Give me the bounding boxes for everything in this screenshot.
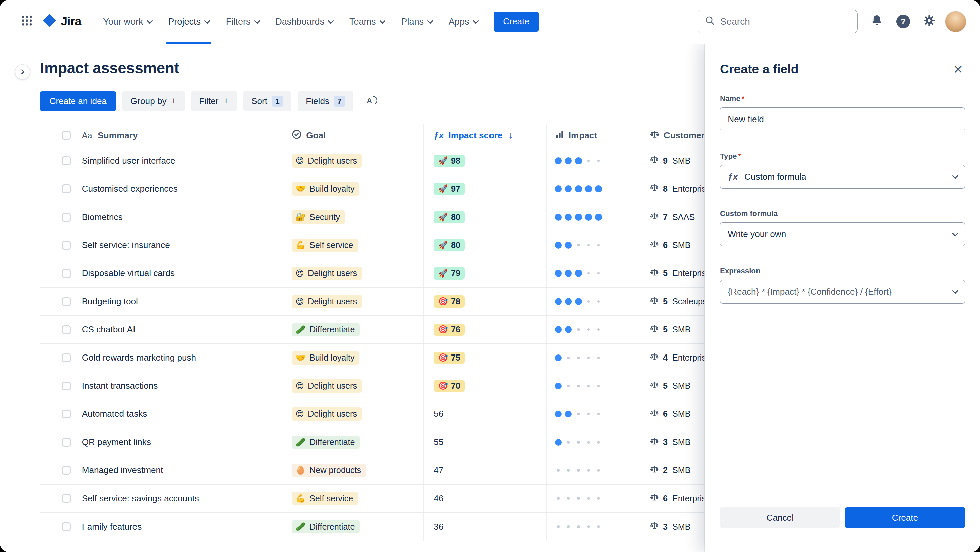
impact-score-badge[interactable]: 🚀80	[434, 239, 465, 251]
impact-score-badge[interactable]: 36	[434, 520, 443, 533]
impact-dots[interactable]	[547, 372, 636, 400]
goal-badge[interactable]: 🔐Security	[292, 210, 345, 223]
impact-dots[interactable]	[547, 175, 636, 203]
nav-item-filters[interactable]: Filters	[218, 0, 267, 43]
row-checkbox[interactable]	[62, 213, 71, 222]
goal-badge[interactable]: 🥚New products	[292, 464, 366, 477]
impact-score-badge[interactable]: 🎯75	[434, 352, 465, 364]
row-checkbox[interactable]	[62, 494, 71, 503]
row-summary[interactable]: Biometrics	[82, 212, 123, 222]
impact-score-badge[interactable]: 🚀98	[434, 155, 465, 167]
help-button[interactable]: ?	[892, 11, 914, 32]
row-checkbox[interactable]	[62, 354, 71, 362]
goal-badge[interactable]: 🤝Build loyalty	[292, 351, 360, 365]
impact-score-badge[interactable]: 🚀97	[434, 183, 465, 195]
create-button[interactable]: Create	[493, 12, 539, 32]
row-checkbox[interactable]	[62, 297, 71, 306]
impact-dots[interactable]	[547, 147, 636, 175]
impact-score-badge[interactable]: 🚀80	[434, 211, 465, 223]
field-name-input[interactable]	[728, 114, 957, 124]
impact-dots[interactable]	[547, 316, 636, 343]
select-all-checkbox[interactable]	[62, 131, 71, 140]
impact-score-badge[interactable]: 55	[434, 436, 443, 448]
row-checkbox[interactable]	[62, 381, 71, 390]
row-summary[interactable]: Self service: savings accounts	[82, 493, 199, 504]
impact-dots[interactable]	[547, 400, 636, 428]
row-summary[interactable]: Family features	[82, 522, 142, 532]
impact-score-badge[interactable]: 🚀79	[434, 267, 465, 279]
impact-score-badge[interactable]: 56	[434, 408, 443, 420]
row-summary[interactable]: CS chatbot AI	[82, 324, 135, 335]
row-summary[interactable]: Gold rewards marketing push	[82, 353, 196, 363]
column-header-impact-score[interactable]: ƒx Impact score ↓	[423, 124, 547, 147]
type-select[interactable]: ƒxCustom formula	[720, 165, 965, 189]
goal-badge[interactable]: 😍Delight users	[292, 295, 362, 308]
impact-dots[interactable]	[547, 513, 636, 541]
impact-dots[interactable]	[547, 456, 636, 484]
group-by-button[interactable]: Group by+	[123, 91, 185, 112]
row-summary[interactable]: QR payment links	[82, 437, 151, 447]
goal-badge[interactable]: 🤝Build loyalty	[292, 182, 360, 196]
row-summary[interactable]: Instant transactions	[82, 381, 158, 391]
impact-score-badge[interactable]: 🎯78	[434, 295, 465, 307]
row-checkbox[interactable]	[62, 156, 71, 165]
column-header-summary[interactable]: Aa Summary	[81, 124, 285, 147]
expression-select[interactable]: {Reach} * {Impact} * {Confidence} / {Eff…	[720, 280, 965, 304]
goal-badge[interactable]: 🥒Differentiate	[292, 323, 360, 337]
row-summary[interactable]: Managed investment	[82, 465, 163, 475]
search-box[interactable]	[698, 10, 858, 34]
jira-logo[interactable]: Jira	[43, 14, 81, 30]
app-switcher-button[interactable]	[16, 11, 38, 32]
row-checkbox[interactable]	[62, 438, 71, 447]
cancel-button[interactable]: Cancel	[720, 507, 840, 528]
goal-badge[interactable]: 😍Delight users	[292, 407, 362, 421]
row-summary[interactable]: Simplified user interface	[82, 156, 175, 166]
impact-dots[interactable]	[547, 485, 636, 512]
impact-dots[interactable]	[547, 344, 636, 372]
goal-badge[interactable]: 😍Delight users	[292, 154, 362, 168]
impact-score-badge[interactable]: 46	[434, 492, 443, 505]
fields-button[interactable]: Fields7	[298, 91, 353, 112]
nav-item-projects[interactable]: Projects	[160, 0, 218, 43]
goal-badge[interactable]: 🥒Differentiate	[292, 436, 360, 449]
notifications-button[interactable]	[866, 11, 888, 32]
row-summary[interactable]: Budgeting tool	[82, 296, 138, 306]
row-summary[interactable]: Automated tasks	[82, 409, 147, 419]
row-checkbox[interactable]	[62, 325, 71, 334]
row-checkbox[interactable]	[62, 269, 71, 278]
settings-button[interactable]	[919, 11, 940, 32]
formula-mode-select[interactable]: Write your own	[720, 222, 965, 246]
goal-badge[interactable]: 😍Delight users	[292, 379, 362, 392]
row-checkbox[interactable]	[62, 466, 71, 475]
impact-dots[interactable]	[547, 231, 636, 259]
row-checkbox[interactable]	[62, 522, 71, 531]
impact-score-badge[interactable]: 47	[434, 464, 443, 477]
user-avatar[interactable]	[945, 11, 966, 32]
row-summary[interactable]: Self service: insurance	[82, 240, 170, 250]
sort-button[interactable]: Sort1	[243, 91, 291, 112]
impact-score-badge[interactable]: 🎯76	[434, 324, 465, 336]
create-idea-button[interactable]: Create an idea	[40, 91, 116, 112]
panel-create-button[interactable]: Create	[845, 507, 965, 528]
impact-dots[interactable]	[547, 287, 636, 315]
row-summary[interactable]: Customised experiences	[82, 184, 178, 194]
row-checkbox[interactable]	[62, 185, 71, 193]
row-checkbox[interactable]	[62, 410, 71, 418]
row-checkbox[interactable]	[62, 241, 71, 250]
goal-badge[interactable]: 💪Self service	[292, 239, 358, 252]
nav-item-your-work[interactable]: Your work	[95, 0, 160, 43]
filter-button[interactable]: Filter+	[191, 91, 237, 112]
goal-badge[interactable]: 😍Delight users	[292, 267, 362, 280]
impact-score-badge[interactable]: 🎯70	[434, 380, 465, 392]
column-header-impact[interactable]: Impact	[547, 124, 636, 147]
expand-sidebar-button[interactable]	[15, 64, 30, 79]
goal-badge[interactable]: 💪Self service	[292, 492, 358, 505]
impact-dots[interactable]	[547, 428, 636, 456]
rank-sort-button[interactable]: A	[361, 91, 382, 112]
impact-dots[interactable]	[547, 259, 636, 287]
close-icon[interactable]: ×	[951, 60, 965, 78]
column-header-goal[interactable]: Goal	[285, 124, 424, 147]
nav-item-teams[interactable]: Teams	[341, 0, 393, 43]
goal-badge[interactable]: 🥒Differentiate	[292, 520, 360, 533]
row-summary[interactable]: Disposable virtual cards	[82, 268, 175, 279]
